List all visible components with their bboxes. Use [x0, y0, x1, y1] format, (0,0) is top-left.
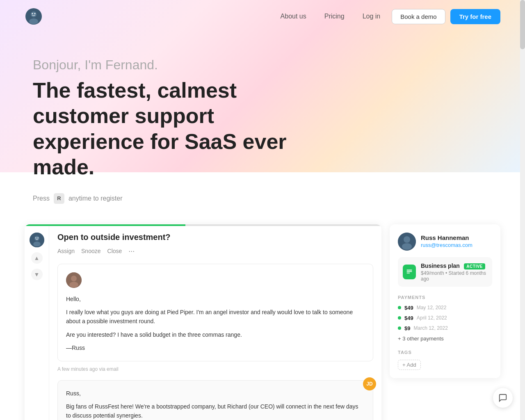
payment-amount-1: $49 [404, 315, 413, 321]
customer-header: Russ Hanneman russ@trescomas.com [398, 233, 492, 251]
svg-point-7 [33, 242, 41, 247]
svg-point-3 [32, 13, 33, 14]
tags-section: TAGS + Add [398, 350, 492, 370]
tags-section-title: TAGS [398, 350, 492, 355]
hero-cta-suffix: anytime to register [68, 195, 123, 202]
svg-point-4 [34, 13, 36, 14]
svg-point-12 [69, 282, 78, 288]
plan-name: Business plan [421, 262, 460, 269]
reply-body: Russ, Big fans of RussFest here! We're a… [66, 389, 365, 420]
hero-title: The fastest, calmest customer support ex… [33, 78, 320, 180]
try-free-button[interactable]: Try for free [450, 9, 500, 24]
svg-point-11 [71, 276, 77, 281]
conv-actions: Assign Snooze Close ··· [57, 247, 373, 256]
reply-greeting: Russ, [66, 389, 365, 398]
svg-point-1 [31, 11, 37, 17]
message-greeting: Hello, [66, 294, 365, 304]
more-actions-button[interactable]: ··· [128, 247, 135, 256]
conv-main: Open to outside investment? Assign Snooz… [49, 226, 381, 420]
message-sender [66, 272, 365, 288]
conv-sidebar: ▲ ▼ [25, 226, 49, 420]
svg-point-8 [35, 237, 36, 238]
payment-dot-1 [398, 316, 401, 320]
plan-details: $49/month • Started 6 months ago [421, 270, 487, 282]
navbar-links: About us Pricing Log in Book a demo Try … [274, 9, 500, 24]
navbar: About us Pricing Log in Book a demo Try … [0, 0, 525, 33]
hero-cta: Press R anytime to register [33, 193, 492, 204]
plan-name-row: Business plan ACTIVE [421, 262, 487, 269]
snooze-button[interactable]: Snooze [81, 247, 100, 256]
svg-point-15 [402, 243, 412, 250]
payment-item-2: $9 March 12, 2022 [398, 325, 492, 331]
message-body1: I really love what you guys are doing at… [66, 308, 365, 326]
nav-up-arrow[interactable]: ▲ [31, 252, 43, 264]
assign-button[interactable]: Assign [57, 247, 75, 256]
sidebar-avatar [30, 233, 44, 247]
progress-bar [25, 224, 381, 226]
customer-email[interactable]: russ@trescomas.com [421, 242, 472, 248]
payment-item-0: $49 May 12, 2022 [398, 305, 492, 311]
nav-about[interactable]: About us [274, 9, 313, 23]
conv-layout: ▲ ▼ Open to outside investment? Assign S… [25, 226, 381, 420]
conversation-panel: ▲ ▼ Open to outside investment? Assign S… [25, 224, 381, 420]
svg-point-14 [404, 236, 410, 243]
payment-item-1: $49 April 12, 2022 [398, 315, 492, 321]
svg-point-6 [34, 236, 39, 241]
register-key-badge: R [54, 193, 64, 204]
reply-author-avatar: JD [363, 377, 376, 390]
sender-avatar [66, 272, 82, 288]
reply-card: JD Russ, Big fans of RussFest here! We'r… [57, 380, 373, 420]
hero-section: Bonjour, I'm Fernand. The fastest, calme… [0, 33, 525, 220]
payments-section-title: PAYMENTS [398, 295, 492, 300]
customer-panel: Russ Hanneman russ@trescomas.com Busines… [390, 224, 500, 378]
payment-date-0: May 12, 2022 [417, 305, 447, 310]
reply-body-text: Big fans of RussFest here! We're a boots… [66, 402, 365, 420]
message-signature: —Russ [66, 343, 365, 352]
more-payments-link[interactable]: + 3 other payments [398, 336, 492, 342]
plan-info: Business plan ACTIVE $49/month • Started… [421, 262, 487, 282]
main-content: ▲ ▼ Open to outside investment? Assign S… [0, 220, 525, 420]
payment-amount-0: $49 [404, 305, 413, 311]
payment-dot-2 [398, 326, 401, 330]
hero-subtitle: Bonjour, I'm Fernand. [33, 57, 492, 73]
svg-point-9 [37, 237, 38, 238]
plan-price: $49/month [421, 270, 444, 276]
svg-point-2 [29, 18, 38, 24]
hero-cta-prefix: Press [33, 195, 50, 202]
plan-icon [403, 265, 416, 279]
payment-dot [398, 306, 401, 309]
add-tag-button[interactable]: + Add [398, 360, 421, 370]
message-body: Hello, I really love what you guys are d… [66, 294, 365, 353]
logo[interactable] [25, 7, 43, 25]
plan-card: Business plan ACTIVE $49/month • Started… [398, 257, 492, 287]
progress-bar-fill [25, 224, 185, 226]
customer-info: Russ Hanneman russ@trescomas.com [421, 234, 472, 249]
payment-date-2: March 12, 2022 [413, 325, 447, 331]
nav-down-arrow[interactable]: ▼ [31, 269, 43, 280]
nav-login[interactable]: Log in [356, 9, 387, 23]
nav-pricing[interactable]: Pricing [318, 9, 351, 23]
message-time: A few minutes ago via email [57, 366, 373, 372]
payment-amount-2: $9 [404, 325, 410, 331]
customer-name: Russ Hanneman [421, 234, 472, 241]
payment-date-1: April 12, 2022 [417, 315, 447, 321]
message-body2: Are you interested? I have a solid budge… [66, 330, 365, 339]
close-button[interactable]: Close [107, 247, 122, 256]
email-message-card: Hello, I really love what you guys are d… [57, 264, 373, 361]
customer-avatar [398, 233, 416, 251]
conversation-title: Open to outside investment? [57, 233, 373, 242]
book-demo-button[interactable]: Book a demo [392, 9, 445, 24]
plan-status-badge: ACTIVE [464, 263, 485, 269]
